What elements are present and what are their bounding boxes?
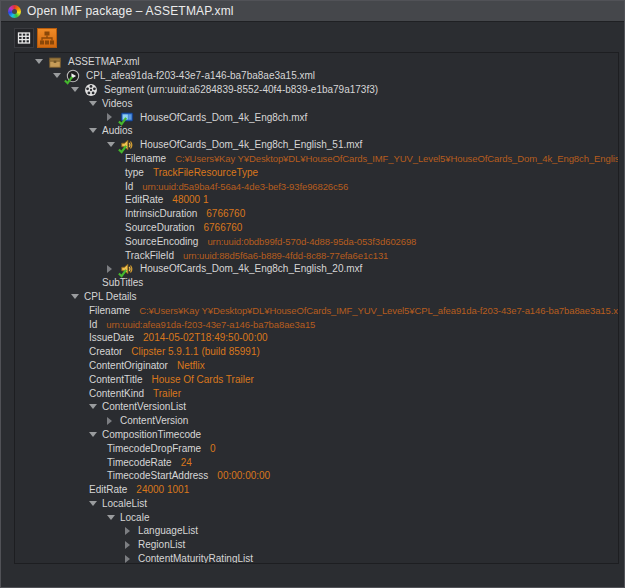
property-value: 2014-05-02T18:49:50-00:00 [143,332,268,343]
tree-row[interactable]: HouseOfCards_Dom_4k_Eng8ch_English_51.mx… [15,138,618,152]
title-bar: Open IMF package – ASSETMAP.xml [1,1,624,22]
property-value: urn:uuid:afea91da-f203-43e7-a146-ba7ba8a… [106,319,315,330]
property-key: Filename [89,305,130,316]
tree-panel: ASSETMAP.xmlCPL_afea91da-f203-43e7-a146-… [14,52,619,564]
property-value: C:¥Users¥Kay Y¥Desktop¥DL¥HouseOfCards_I… [139,305,619,316]
table-grid-icon [16,30,32,46]
collapse-arrow-icon[interactable] [89,126,102,136]
property-value: 6766760 [203,222,242,233]
tree-view-button[interactable] [37,28,57,48]
property-key: SourceEncoding [125,236,198,247]
tree-row[interactable]: RegionList [15,538,618,552]
property-key: Filename [125,153,166,164]
tree-node-label: ContentMaturityRatingList [138,553,253,564]
tree-row[interactable]: SourceEncodingurn:uuid:0bdb99fd-570d-4d8… [15,234,618,248]
property-value: urn:uuid:d5a9ba4f-56a4-4de3-bef3-93fe968… [142,181,348,192]
tree-row[interactable]: Idurn:uuid:d5a9ba4f-56a4-4de3-bef3-93fe9… [15,179,618,193]
tree-row[interactable]: IssueDate2014-05-02T18:49:50-00:00 [15,331,618,345]
tree-node-label: SubTitles [102,277,143,288]
collapse-arrow-icon[interactable] [89,402,102,412]
tree-row[interactable]: FilenameC:¥Users¥Kay Y¥Desktop¥DL¥HouseO… [15,303,618,317]
tree-row[interactable]: LanguageList [15,524,618,538]
tree-node-label: Segment (urn:uuid:a6284839-8552-40f4-b83… [104,84,378,95]
property-key: TimecodeStartAddress [107,470,208,481]
collapse-arrow-icon[interactable] [89,498,102,508]
collapse-arrow-icon[interactable] [71,291,84,301]
tree-row[interactable]: Locale [15,510,618,524]
tree-row[interactable]: CompositionTimecode [15,428,618,442]
tree-node-label: Audios [102,125,133,136]
tree-row[interactable]: LocaleList [15,497,618,511]
audio-icon [120,138,136,152]
tree-row[interactable]: SubTitles [15,276,618,290]
property-key: EditRate [89,484,127,495]
collapse-arrow-icon[interactable] [89,98,102,108]
tree-row[interactable]: EditRate24000 1001 [15,483,618,497]
tree-row[interactable]: typeTrackFileResourceType [15,165,618,179]
color-wheel-icon [8,5,21,18]
property-value: House Of Cards Trailer [152,374,254,385]
collapse-arrow-icon[interactable] [35,57,48,67]
property-value: 6766760 [206,208,245,219]
window-title: Open IMF package – ASSETMAP.xml [27,4,234,18]
video-icon [120,110,136,124]
tree-row[interactable]: TrackFileIdurn:uuid:88d5f6a6-b889-4fdd-8… [15,248,618,262]
expand-arrow-icon[interactable] [125,526,138,536]
window: Open IMF package – ASSETMAP.xml [0,0,625,588]
tree-row[interactable]: Segment (urn:uuid:a6284839-8552-40f4-b83… [15,83,618,97]
cpl-icon [66,69,82,83]
tree-row[interactable]: CPL_afea91da-f203-43e7-a146-ba7ba8ae3a15… [15,69,618,83]
property-value: 24 [181,457,192,468]
tree-node-label: RegionList [138,539,185,550]
expand-arrow-icon[interactable] [125,554,138,564]
property-key: TimecodeDropFrame [107,443,201,454]
collapse-arrow-icon[interactable] [107,512,120,522]
expand-arrow-icon[interactable] [107,416,120,426]
tree-node-label: HouseOfCards_Dom_4k_Eng8ch.mxf [140,112,307,123]
property-key: ContentTitle [89,374,143,385]
tree-row[interactable]: CreatorClipster 5.9.1.1 (build 85991) [15,345,618,359]
tree-row[interactable]: ContentMaturityRatingList [15,552,618,564]
tree-row[interactable]: TimecodeDropFrame0 [15,441,618,455]
tree-row[interactable]: TimecodeRate24 [15,455,618,469]
tree-row[interactable]: ContentTitleHouse Of Cards Trailer [15,372,618,386]
tree-row[interactable]: TimecodeStartAddress00:00:00:00 [15,469,618,483]
tree-node-label: Locale [120,512,149,523]
tree-row[interactable]: ContentVersionList [15,400,618,414]
tree-row[interactable]: HouseOfCards_Dom_4k_Eng8ch_English_20.mx… [15,262,618,276]
tree-row[interactable]: EditRate48000 1 [15,193,618,207]
tree-row[interactable]: Idurn:uuid:afea91da-f203-43e7-a146-ba7ba… [15,317,618,331]
tree-node-label: ASSETMAP.xml [68,56,140,67]
tree-node-label: ContentVersion [120,415,188,426]
tree-row[interactable]: ContentKindTrailer [15,386,618,400]
tree-row[interactable]: SourceDuration6766760 [15,221,618,235]
property-value: C:¥Users¥Kay Y¥Desktop¥DL¥HouseOfCards_I… [175,153,619,164]
property-key: Id [125,181,133,192]
table-view-button[interactable] [14,28,34,48]
tree-node-label: LocaleList [102,498,147,509]
assetmap-icon [48,55,64,69]
tree-row[interactable]: Audios [15,124,618,138]
property-key: EditRate [125,194,163,205]
tree-row[interactable]: ASSETMAP.xml [15,55,618,69]
property-key: TimecodeRate [107,457,172,468]
tree-row[interactable]: IntrinsicDuration6766760 [15,207,618,221]
property-key: ContentKind [89,388,144,399]
tree-node-label: CPL Details [84,291,136,302]
property-key: TrackFileId [125,250,174,261]
property-key: IssueDate [89,332,134,343]
collapse-arrow-icon[interactable] [71,84,84,94]
tree-row[interactable]: ContentVersion [15,414,618,428]
toolbar [14,28,57,48]
collapse-arrow-icon[interactable] [89,429,102,439]
tree-row[interactable]: Videos [15,96,618,110]
tree-node-label: LanguageList [138,525,198,536]
tree-node-label: ContentVersionList [102,401,186,412]
arrow-spacer [89,278,102,288]
tree-row[interactable]: CPL Details [15,290,618,304]
expand-arrow-icon[interactable] [125,540,138,550]
tree-row[interactable]: HouseOfCards_Dom_4k_Eng8ch.mxf [15,110,618,124]
property-key: SourceDuration [125,222,194,233]
tree-row[interactable]: FilenameC:¥Users¥Kay Y¥Desktop¥DL¥HouseO… [15,152,618,166]
tree-row[interactable]: ContentOriginatorNetflix [15,359,618,373]
